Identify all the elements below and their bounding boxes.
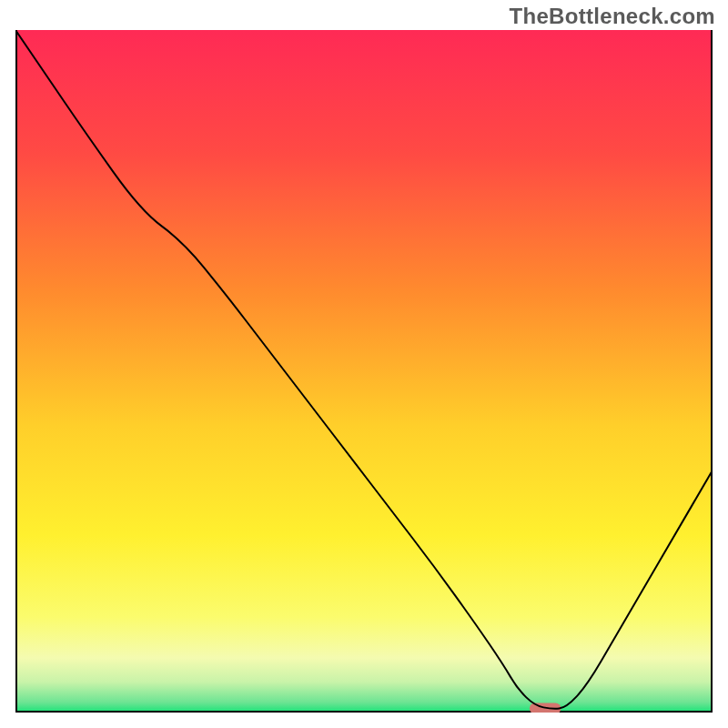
chart-container: TheBottleneck.com [0, 0, 728, 728]
gradient-background [15, 30, 713, 713]
chart-svg [15, 30, 713, 713]
watermark-text: TheBottleneck.com [510, 4, 715, 29]
plot-frame [15, 30, 713, 713]
